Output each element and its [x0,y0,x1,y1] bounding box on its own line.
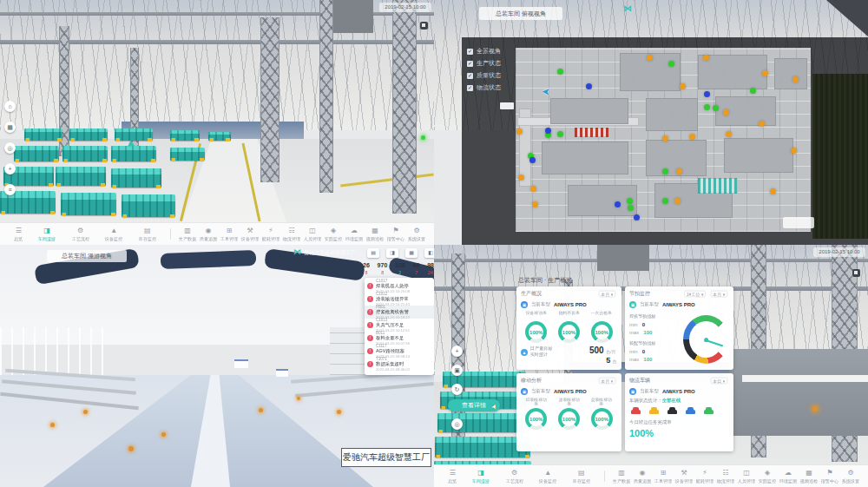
map-marker[interactable] [704,104,710,110]
toolbar-item[interactable]: ◉ 质量追溯 [198,227,219,241]
car-icon[interactable] [686,410,695,414]
map-marker[interactable] [792,76,799,82]
map-marker[interactable] [530,186,536,192]
toolbar-item[interactable]: ◈ 安防监控 [323,227,344,241]
toolbar-item[interactable]: ⚙ 系统设置 [840,470,861,484]
map-marker[interactable] [791,148,797,154]
map-marker[interactable] [680,83,686,89]
map-marker[interactable] [704,91,710,97]
scene-view-button[interactable]: ⌂ [4,101,16,112]
toolbar-item[interactable]: ◫ 人员管理 [302,227,323,241]
status-marker-green[interactable] [421,135,425,140]
period-select[interactable]: 本月 ▾ [599,291,615,298]
toolbar-item[interactable]: ▤ 库存监控 [137,227,158,241]
toolbar-item[interactable]: ⚡ 能耗管理 [260,227,281,241]
map-marker[interactable] [713,105,719,111]
map-marker[interactable] [662,135,668,141]
map-marker[interactable] [750,88,756,94]
map-marker[interactable] [516,128,523,135]
map-marker[interactable] [627,198,633,204]
car-icon[interactable] [704,410,713,414]
map-marker[interactable] [662,198,668,204]
panel-mode-button[interactable]: ▦ [405,248,418,258]
scene-view-button[interactable]: + [451,346,463,357]
toolbar-item[interactable]: ▤ 库存监控 [571,470,592,484]
map-marker[interactable] [518,174,524,181]
scene-view-button[interactable]: ◎ [451,418,463,430]
map-marker[interactable] [668,61,674,67]
toolbar-item[interactable]: ☷ 物流管理 [715,470,736,484]
toolbar-item[interactable]: ▥ 生产数据 [177,227,198,241]
station-select[interactable]: 1#工位 ▾ [684,291,706,298]
minimap-toggle-icon[interactable] [852,269,860,277]
toolbar-item[interactable]: ⚑ 报警中心 [819,470,840,484]
toolbar-item[interactable]: ◈ 安防监控 [757,470,778,484]
panel-mode-button[interactable]: ▤ [367,248,379,258]
period-select[interactable]: 本日 ▾ [711,378,727,385]
map-marker[interactable] [703,55,709,61]
map-marker[interactable] [557,131,563,137]
toolbar-item[interactable]: ⚑ 报警中心 [385,227,406,241]
toolbar-item[interactable]: ◫ 人员管理 [736,470,757,484]
car-icon[interactable] [667,410,677,414]
toolbar-item[interactable]: ◉ 质量追溯 [632,470,653,484]
toolbar-item[interactable]: ◨ 车间漫游 [470,470,491,484]
map-marker[interactable] [586,83,592,89]
toolbar-item[interactable]: ⚙ 工艺流程 [504,470,525,484]
map-marker[interactable] [770,188,776,194]
map-marker[interactable] [723,109,729,115]
toolbar-item[interactable]: ☁ 环境监测 [778,470,799,484]
map-marker[interactable] [529,157,536,163]
map-marker[interactable] [689,134,695,140]
toolbar-item[interactable]: ⚙ 系统设置 [406,227,427,241]
layer-menu-item[interactable]: ✓ 质量状态 [467,69,501,82]
alarm-list-item[interactable]: ! T3071 数据采集超时 2022-03-15 09:46:02 [365,358,434,371]
map-marker[interactable] [628,205,634,211]
map-marker[interactable] [647,55,653,61]
map-marker[interactable] [674,198,681,204]
toolbar-item[interactable]: ◨ 车间漫游 [36,227,57,241]
period-select[interactable]: 本月 ▾ [711,291,727,298]
scene-view-button[interactable]: ▣ [451,365,463,376]
toolbar-item[interactable]: ▥ 生产数据 [611,470,632,484]
scene-view-button[interactable]: ↻ [451,384,463,395]
toolbar-item[interactable]: ⚡ 能耗管理 [694,470,715,484]
car-icon[interactable] [649,410,659,414]
scene-view-button[interactable]: ≡ [4,184,16,195]
map-marker[interactable] [662,168,668,174]
toolbar-item[interactable]: ▦ 视频巡检 [799,470,819,484]
toolbar-item[interactable]: ⚒ 设备管理 [240,227,260,241]
layer-menu-item[interactable]: ✓ 全景视角 [467,45,501,57]
map-marker[interactable] [759,121,765,127]
toolbar-item[interactable]: ▲ 设备监控 [537,470,558,484]
reset-view-button[interactable] [500,102,514,109]
map-marker[interactable] [634,214,640,220]
map-marker[interactable] [545,128,551,134]
toolbar-item[interactable]: ☁ 环境监测 [344,227,365,241]
scene-view-button[interactable]: ▦ [4,122,16,133]
toolbar-item[interactable]: ☰ 总览 [13,227,23,241]
layer-menu-item[interactable]: ✓ 物流状态 [467,82,501,94]
factory-plan-map[interactable]: ➤ [516,48,811,232]
map-marker[interactable] [532,201,538,207]
toolbar-item[interactable]: ⚒ 设备管理 [674,470,694,484]
map-marker[interactable] [557,69,563,75]
map-marker[interactable] [676,168,682,174]
toolbar-item[interactable]: ⚙ 工艺流程 [70,227,91,241]
map-marker[interactable] [726,131,732,137]
toolbar-item[interactable]: ☷ 物流管理 [281,227,302,241]
map-marker[interactable] [762,70,768,76]
scene-view-button[interactable]: ◎ [4,142,16,154]
minimap-toggle-icon[interactable] [420,22,428,30]
scene-view-button[interactable]: + [4,163,16,174]
toolbar-item[interactable]: ⊞ 工单管理 [219,227,240,241]
panel-mode-button[interactable]: ◨ [386,248,398,258]
panel-mode-button[interactable]: ◧ [424,248,434,258]
toolbar-item[interactable]: ⊞ 工单管理 [653,470,674,484]
period-select[interactable]: 本月 ▾ [599,378,615,385]
car-icon[interactable] [631,410,641,414]
toolbar-item[interactable]: ▦ 视频巡检 [365,227,385,241]
layer-menu-item[interactable]: ✓ 生产状态 [467,57,501,69]
toolbar-item[interactable]: ▲ 设备监控 [103,227,124,241]
map-marker[interactable] [615,201,621,207]
